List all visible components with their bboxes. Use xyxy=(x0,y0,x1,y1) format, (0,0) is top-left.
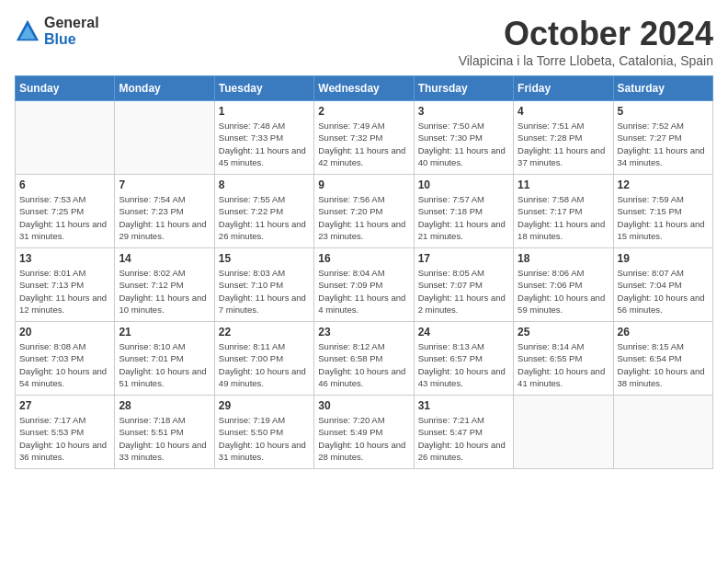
day-number: 4 xyxy=(518,105,609,118)
calendar-day-cell: 23Sunrise: 8:12 AM Sunset: 6:58 PM Dayli… xyxy=(314,322,414,396)
day-detail: Sunrise: 8:15 AM Sunset: 6:54 PM Dayligh… xyxy=(618,340,709,389)
day-detail: Sunrise: 7:18 AM Sunset: 5:51 PM Dayligh… xyxy=(119,414,210,463)
day-detail: Sunrise: 8:12 AM Sunset: 6:58 PM Dayligh… xyxy=(318,340,409,389)
day-detail: Sunrise: 7:53 AM Sunset: 7:25 PM Dayligh… xyxy=(19,193,110,242)
day-number: 21 xyxy=(119,326,210,339)
calendar-day-header: Monday xyxy=(115,76,214,101)
day-number: 30 xyxy=(318,399,409,412)
logo-general-text: General xyxy=(44,15,99,31)
calendar-day-cell: 21Sunrise: 8:10 AM Sunset: 7:01 PM Dayli… xyxy=(115,322,214,396)
calendar-week-row: 27Sunrise: 7:17 AM Sunset: 5:53 PM Dayli… xyxy=(16,396,713,469)
day-detail: Sunrise: 8:08 AM Sunset: 7:03 PM Dayligh… xyxy=(19,340,110,389)
calendar-day-cell: 9Sunrise: 7:56 AM Sunset: 7:20 PM Daylig… xyxy=(314,175,414,248)
day-detail: Sunrise: 7:52 AM Sunset: 7:27 PM Dayligh… xyxy=(618,120,709,168)
day-detail: Sunrise: 7:55 AM Sunset: 7:22 PM Dayligh… xyxy=(219,193,310,242)
day-number: 13 xyxy=(19,252,110,265)
day-number: 5 xyxy=(618,105,709,118)
day-detail: Sunrise: 8:01 AM Sunset: 7:13 PM Dayligh… xyxy=(19,267,110,316)
page-header: General Blue October 2024 Vilapicina i l… xyxy=(15,15,713,68)
calendar-day-cell: 6Sunrise: 7:53 AM Sunset: 7:25 PM Daylig… xyxy=(16,175,115,248)
day-detail: Sunrise: 8:06 AM Sunset: 7:06 PM Dayligh… xyxy=(518,267,609,316)
day-number: 3 xyxy=(418,105,509,118)
calendar-day-cell: 14Sunrise: 8:02 AM Sunset: 7:12 PM Dayli… xyxy=(115,248,214,322)
calendar-day-cell: 10Sunrise: 7:57 AM Sunset: 7:18 PM Dayli… xyxy=(414,175,513,248)
calendar-week-row: 1Sunrise: 7:48 AM Sunset: 7:33 PM Daylig… xyxy=(16,101,713,175)
day-detail: Sunrise: 8:03 AM Sunset: 7:10 PM Dayligh… xyxy=(219,267,310,316)
calendar-day-header: Thursday xyxy=(414,76,513,101)
day-detail: Sunrise: 8:13 AM Sunset: 6:57 PM Dayligh… xyxy=(418,340,509,389)
day-number: 31 xyxy=(418,399,509,412)
day-detail: Sunrise: 7:21 AM Sunset: 5:47 PM Dayligh… xyxy=(418,414,509,463)
location-text: Vilapicina i la Torre Llobeta, Catalonia… xyxy=(459,53,713,68)
day-detail: Sunrise: 8:04 AM Sunset: 7:09 PM Dayligh… xyxy=(318,267,409,316)
calendar-day-cell: 19Sunrise: 8:07 AM Sunset: 7:04 PM Dayli… xyxy=(613,248,712,322)
day-detail: Sunrise: 7:49 AM Sunset: 7:32 PM Dayligh… xyxy=(318,120,409,168)
calendar-day-cell: 25Sunrise: 8:14 AM Sunset: 6:55 PM Dayli… xyxy=(514,322,613,396)
day-detail: Sunrise: 7:59 AM Sunset: 7:15 PM Dayligh… xyxy=(618,193,709,242)
calendar-week-row: 6Sunrise: 7:53 AM Sunset: 7:25 PM Daylig… xyxy=(16,175,713,248)
calendar-day-cell: 11Sunrise: 7:58 AM Sunset: 7:17 PM Dayli… xyxy=(514,175,613,248)
calendar-day-header: Friday xyxy=(514,76,613,101)
calendar-day-cell: 30Sunrise: 7:20 AM Sunset: 5:49 PM Dayli… xyxy=(314,396,414,469)
calendar-day-cell: 4Sunrise: 7:51 AM Sunset: 7:28 PM Daylig… xyxy=(514,101,613,175)
calendar-day-cell: 8Sunrise: 7:55 AM Sunset: 7:22 PM Daylig… xyxy=(214,175,313,248)
day-number: 20 xyxy=(19,326,110,339)
calendar-day-cell: 18Sunrise: 8:06 AM Sunset: 7:06 PM Dayli… xyxy=(514,248,613,322)
calendar-week-row: 13Sunrise: 8:01 AM Sunset: 7:13 PM Dayli… xyxy=(16,248,713,322)
calendar-day-cell: 15Sunrise: 8:03 AM Sunset: 7:10 PM Dayli… xyxy=(214,248,313,322)
calendar-day-cell: 31Sunrise: 7:21 AM Sunset: 5:47 PM Dayli… xyxy=(414,396,513,469)
day-number: 6 xyxy=(19,178,110,191)
calendar-day-header: Sunday xyxy=(16,76,115,101)
calendar-day-cell xyxy=(115,101,214,175)
logo-text: General Blue xyxy=(44,15,99,47)
calendar-day-cell: 20Sunrise: 8:08 AM Sunset: 7:03 PM Dayli… xyxy=(16,322,115,396)
day-detail: Sunrise: 8:11 AM Sunset: 7:00 PM Dayligh… xyxy=(219,340,310,389)
calendar-week-row: 20Sunrise: 8:08 AM Sunset: 7:03 PM Dayli… xyxy=(16,322,713,396)
calendar-day-header: Wednesday xyxy=(314,76,414,101)
logo: General Blue xyxy=(15,15,99,47)
day-detail: Sunrise: 8:07 AM Sunset: 7:04 PM Dayligh… xyxy=(618,267,709,316)
day-number: 26 xyxy=(618,326,709,339)
calendar-table: SundayMondayTuesdayWednesdayThursdayFrid… xyxy=(15,75,713,469)
day-detail: Sunrise: 7:57 AM Sunset: 7:18 PM Dayligh… xyxy=(418,193,509,242)
day-detail: Sunrise: 8:14 AM Sunset: 6:55 PM Dayligh… xyxy=(518,340,609,389)
calendar-day-cell: 26Sunrise: 8:15 AM Sunset: 6:54 PM Dayli… xyxy=(613,322,712,396)
calendar-day-cell: 28Sunrise: 7:18 AM Sunset: 5:51 PM Dayli… xyxy=(115,396,214,469)
day-detail: Sunrise: 8:05 AM Sunset: 7:07 PM Dayligh… xyxy=(418,267,509,316)
calendar-day-cell: 2Sunrise: 7:49 AM Sunset: 7:32 PM Daylig… xyxy=(314,101,414,175)
day-number: 29 xyxy=(219,399,310,412)
calendar-day-cell: 16Sunrise: 8:04 AM Sunset: 7:09 PM Dayli… xyxy=(314,248,414,322)
calendar-day-cell: 29Sunrise: 7:19 AM Sunset: 5:50 PM Dayli… xyxy=(214,396,313,469)
calendar-day-cell: 5Sunrise: 7:52 AM Sunset: 7:27 PM Daylig… xyxy=(613,101,712,175)
day-number: 10 xyxy=(418,178,509,191)
day-detail: Sunrise: 7:17 AM Sunset: 5:53 PM Dayligh… xyxy=(19,414,110,463)
logo-blue-text: Blue xyxy=(44,31,99,48)
calendar-day-cell: 7Sunrise: 7:54 AM Sunset: 7:23 PM Daylig… xyxy=(115,175,214,248)
day-number: 28 xyxy=(119,399,210,412)
day-number: 17 xyxy=(418,252,509,265)
day-number: 25 xyxy=(518,326,609,339)
day-number: 27 xyxy=(19,399,110,412)
day-detail: Sunrise: 7:58 AM Sunset: 7:17 PM Dayligh… xyxy=(518,193,609,242)
day-number: 8 xyxy=(219,178,310,191)
calendar-day-header: Saturday xyxy=(613,76,712,101)
calendar-day-cell xyxy=(16,101,115,175)
title-section: October 2024 Vilapicina i la Torre Llobe… xyxy=(459,15,713,68)
day-detail: Sunrise: 8:02 AM Sunset: 7:12 PM Dayligh… xyxy=(119,267,210,316)
day-detail: Sunrise: 7:56 AM Sunset: 7:20 PM Dayligh… xyxy=(318,193,409,242)
day-detail: Sunrise: 8:10 AM Sunset: 7:01 PM Dayligh… xyxy=(119,340,210,389)
calendar-day-header: Tuesday xyxy=(214,76,313,101)
calendar-day-cell: 17Sunrise: 8:05 AM Sunset: 7:07 PM Dayli… xyxy=(414,248,513,322)
calendar-header-row: SundayMondayTuesdayWednesdayThursdayFrid… xyxy=(16,76,713,101)
day-number: 22 xyxy=(219,326,310,339)
calendar-day-cell: 27Sunrise: 7:17 AM Sunset: 5:53 PM Dayli… xyxy=(16,396,115,469)
calendar-day-cell xyxy=(514,396,613,469)
day-number: 15 xyxy=(219,252,310,265)
calendar-day-cell: 13Sunrise: 8:01 AM Sunset: 7:13 PM Dayli… xyxy=(16,248,115,322)
day-number: 14 xyxy=(119,252,210,265)
day-detail: Sunrise: 7:19 AM Sunset: 5:50 PM Dayligh… xyxy=(219,414,310,463)
day-number: 11 xyxy=(518,178,609,191)
calendar-day-cell: 22Sunrise: 8:11 AM Sunset: 7:00 PM Dayli… xyxy=(214,322,313,396)
day-number: 23 xyxy=(318,326,409,339)
calendar-day-cell: 1Sunrise: 7:48 AM Sunset: 7:33 PM Daylig… xyxy=(214,101,313,175)
